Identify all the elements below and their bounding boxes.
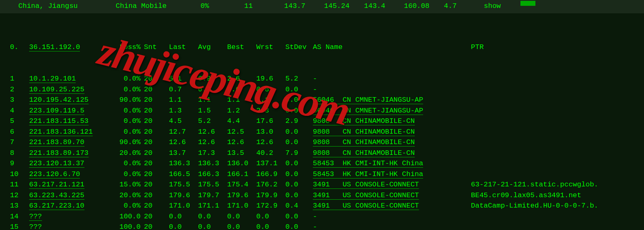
col-last: Last <box>169 42 198 53</box>
cell-as[interactable]: - <box>313 84 471 95</box>
cell-last: 4.5 <box>169 116 198 127</box>
cell-wrst: 176.2 <box>256 179 285 190</box>
cell-avg: 1.5 <box>198 105 227 116</box>
cell-best: 136.0 <box>227 158 256 169</box>
cell-as[interactable]: 9808 CN CHINAMOBILE-CN <box>313 137 471 148</box>
cell-best: 4.4 <box>227 116 256 127</box>
cell-as[interactable]: - <box>313 73 471 84</box>
cell-wrst: 172.9 <box>256 201 285 211</box>
cell-best: 12.5 <box>227 127 256 137</box>
latency-bar-icon <box>520 1 535 6</box>
cell-last: 171.0 <box>169 201 198 211</box>
cell-snt: 20 <box>144 95 169 105</box>
cell-ptr: BE45.cr09.lax05.as3491.net <box>471 190 644 201</box>
cell-best: 2.6 <box>227 73 256 84</box>
cell-avg: 136.3 <box>198 158 227 169</box>
cell-best: 12.6 <box>227 137 256 148</box>
cell-as[interactable]: 58453 HK CMI-INT-HK China <box>313 169 471 180</box>
cell-loss: 90.0% <box>115 95 144 105</box>
cell-best: 0.0 <box>227 222 256 230</box>
cell-avg: 179.7 <box>198 190 227 201</box>
col-best: Best <box>227 42 256 53</box>
header-val-4: 160.08 <box>404 1 444 12</box>
cell-as[interactable]: 56046 CN CMNET-JIANGSU-AP <box>313 105 471 116</box>
cell-last: 175.5 <box>169 179 198 190</box>
table-row: 5221.183.115.530.0%204.55.24.417.62.9980… <box>10 116 644 127</box>
cell-as[interactable]: - <box>313 222 471 230</box>
cell-stdev: 0.0 <box>285 169 313 180</box>
table-row: 1263.223.43.22520.0%20179.6179.7179.6179… <box>10 190 644 201</box>
cell-ip[interactable]: 221.183.89.70 <box>29 137 115 148</box>
cell-ip[interactable]: 223.109.119.5 <box>29 105 115 116</box>
cell-as[interactable]: - <box>313 211 471 222</box>
cell-as[interactable]: 9808 CN CHINAMOBILE-CN <box>313 127 471 137</box>
cell-stdev: 0.0 <box>285 105 313 116</box>
cell-snt: 20 <box>144 116 169 127</box>
cell-ip[interactable]: 10.109.25.225 <box>29 84 115 95</box>
cell-ip[interactable]: ??? <box>29 222 115 230</box>
show-link[interactable]: show <box>484 1 517 12</box>
cell-as[interactable]: 3491 US CONSOLE-CONNECT <box>313 190 471 201</box>
table-header: 0. 36.151.192.0 Loss% Snt Last Avg Best … <box>10 42 644 53</box>
cell-as[interactable]: 9808 CN CHINAMOBILE-CN <box>313 116 471 127</box>
header-val-1: 143.7 <box>284 1 324 12</box>
cell-as[interactable]: 58453 HK CMI-INT-HK China <box>313 158 471 169</box>
cell-loss: 20.0% <box>115 190 144 201</box>
cell-avg: 175.5 <box>198 179 227 190</box>
cell-stdev: 0.0 <box>285 84 313 95</box>
cell-wrst: 12.6 <box>256 137 285 148</box>
col-snt: Snt <box>144 42 169 53</box>
cell-best: 13.5 <box>227 148 256 159</box>
cell-best: 166.1 <box>227 169 256 180</box>
table-row: 6221.183.136.1210.0%2012.712.612.513.00.… <box>10 127 644 137</box>
cell-hop: 1 <box>10 73 29 84</box>
cell-avg: 166.3 <box>198 169 227 180</box>
cell-as[interactable]: 3491 US CONSOLE-CONNECT <box>313 179 471 190</box>
cell-stdev: 2.9 <box>285 116 313 127</box>
cell-ip[interactable]: 63.217.21.121 <box>29 179 115 190</box>
cell-wrst: 13.0 <box>256 127 285 137</box>
cell-snt: 20 <box>144 105 169 116</box>
cell-ip[interactable]: ??? <box>29 211 115 222</box>
cell-as[interactable]: 3491 US CONSOLE-CONNECT <box>313 201 471 211</box>
cell-ip[interactable]: 223.120.6.70 <box>29 169 115 180</box>
cell-as[interactable]: 9808 CN CHINAMOBILE-CN <box>313 148 471 159</box>
cell-last: 166.5 <box>169 169 198 180</box>
cell-best: 1.1 <box>227 95 256 105</box>
cell-ip[interactable]: 120.195.42.125 <box>29 95 115 105</box>
cell-ip[interactable]: 221.183.115.53 <box>29 116 115 127</box>
cell-avg: 5.2 <box>198 116 227 127</box>
cell-ip[interactable]: 223.120.13.37 <box>29 158 115 169</box>
table-row: 10223.120.6.700.0%20166.5166.3166.1166.9… <box>10 169 644 180</box>
cell-best: 0.6 <box>227 84 256 95</box>
col-as: AS Name <box>313 42 471 53</box>
cell-ptr: DataCamp-Limited.HU-0-0-0-7.b. <box>471 201 644 211</box>
table-row: 210.109.25.2250.0%200.70.70.60.80.0- <box>10 84 644 95</box>
cell-ip[interactable]: 63.223.43.225 <box>29 190 115 201</box>
cell-stdev: 0.0 <box>285 179 313 190</box>
cell-stdev: 0.0 <box>285 137 313 148</box>
cell-avg: 171.1 <box>198 201 227 211</box>
cell-stdev: 7.9 <box>285 148 313 159</box>
cell-stdev: 0.0 <box>285 127 313 137</box>
cell-wrst: 0.8 <box>256 84 285 95</box>
cell-stdev: 0.0 <box>285 95 313 105</box>
cell-best: 0.0 <box>227 211 256 222</box>
cell-wrst: 40.2 <box>256 148 285 159</box>
table-row: 8221.183.89.17320.0%2013.717.313.540.27.… <box>10 148 644 159</box>
cell-snt: 20 <box>144 158 169 169</box>
cell-avg: 12.6 <box>198 127 227 137</box>
cell-stdev: 0.0 <box>285 211 313 222</box>
cell-wrst: 0.0 <box>256 211 285 222</box>
cell-ip[interactable]: 10.1.29.101 <box>29 73 115 84</box>
cell-ip[interactable]: 221.183.89.173 <box>29 148 115 159</box>
cell-last: 179.6 <box>169 190 198 201</box>
cell-best: 171.0 <box>227 201 256 211</box>
cell-avg: 0.0 <box>198 211 227 222</box>
cell-as[interactable]: 56046 CN CMNET-JIANGSU-AP <box>313 95 471 105</box>
cell-snt: 20 <box>144 73 169 84</box>
cell-ip[interactable]: 63.217.223.10 <box>29 201 115 211</box>
cell-ip[interactable]: 221.183.136.121 <box>29 127 115 137</box>
cell-wrst: 2.3 <box>256 105 285 116</box>
header-location: China, Jiangsu <box>0 1 116 12</box>
